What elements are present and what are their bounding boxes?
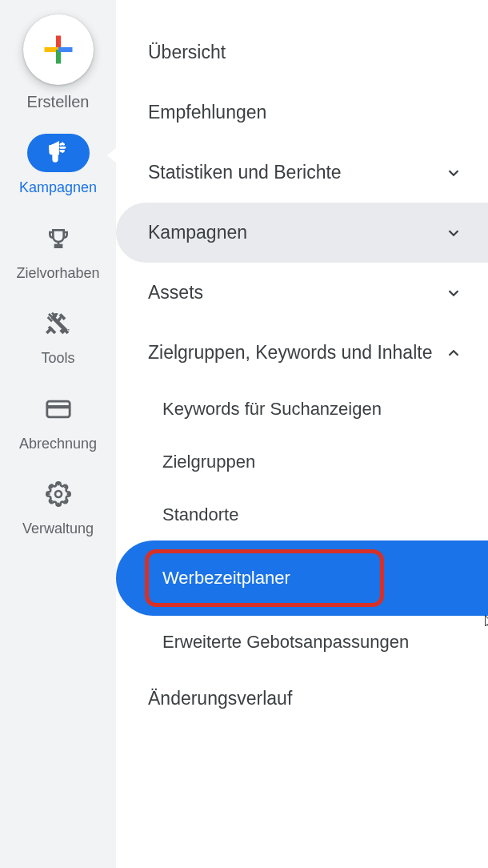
chevron-down-icon — [445, 164, 462, 182]
menu-item-label: Zielgruppen, Keywords und Inhalte — [148, 340, 440, 365]
menu-item-kampagnen[interactable]: Kampagnen — [116, 203, 488, 263]
menu-item-label: Assets — [148, 280, 211, 305]
megaphone-icon — [46, 140, 71, 166]
menu-item-assets[interactable]: Assets — [116, 263, 488, 323]
svg-point-6 — [55, 491, 62, 497]
create-button[interactable]: Erstellen — [23, 14, 94, 111]
tools-icon — [46, 311, 71, 336]
menu-item-label: Empfehlungen — [148, 100, 274, 125]
menu-item-label: Änderungsverlauf — [148, 686, 300, 711]
chevron-up-icon — [445, 344, 462, 362]
sidebar-left: Erstellen Kampagnen Zi — [0, 0, 116, 868]
chevron-down-icon — [445, 224, 462, 242]
cursor-icon — [480, 613, 488, 632]
credit-card-icon — [45, 396, 72, 423]
submenu-label: Standorte — [162, 504, 238, 524]
sidebar-item-label: Zielvorhaben — [16, 264, 99, 283]
sidebar-item-label: Verwaltung — [22, 520, 94, 538]
create-circle — [23, 14, 94, 85]
sidebar-item-verwaltung[interactable]: Verwaltung — [0, 475, 116, 538]
submenu-item-standorte[interactable]: Standorte — [116, 488, 488, 541]
menu-item-empfehlungen[interactable]: Empfehlungen — [116, 82, 488, 143]
sidebar-item-label: Tools — [41, 349, 74, 368]
submenu-label: Erweiterte Gebotsanpassungen — [162, 632, 409, 652]
svg-rect-3 — [49, 146, 51, 150]
submenu-item-werbezeitplaner[interactable]: Werbezeitplaner — [116, 540, 488, 616]
submenu-label: Zielgruppen — [162, 452, 255, 472]
sidebar-item-zielvorhaben[interactable]: Zielvorhaben — [0, 219, 116, 283]
menu-item-label: Statistiken und Berichte — [148, 160, 350, 185]
svg-rect-4 — [46, 401, 69, 417]
menu-item-uebersicht[interactable]: Übersicht — [116, 22, 488, 82]
gear-icon — [46, 481, 71, 507]
plus-icon — [42, 33, 75, 66]
trophy-icon — [46, 226, 71, 251]
chevron-down-icon — [445, 284, 462, 302]
sidebar-item-label: Kampagnen — [19, 179, 97, 197]
submenu-item-zielgruppen[interactable]: Zielgruppen — [116, 436, 488, 488]
sidebar-item-kampagnen[interactable]: Kampagnen — [0, 134, 116, 197]
submenu-item-gebotsanpassungen[interactable]: Erweiterte Gebotsanpassungen — [116, 616, 488, 669]
submenu-label: Keywords für Suchanzeigen — [162, 399, 382, 419]
menu-item-statistiken[interactable]: Statistiken und Berichte — [116, 143, 488, 203]
menu-item-aenderungsverlauf[interactable]: Änderungsverlauf — [116, 669, 488, 729]
menu-item-label: Übersicht — [148, 40, 234, 65]
menu-item-label: Kampagnen — [148, 220, 255, 245]
sidebar-item-label: Abrechnung — [19, 435, 97, 453]
sidebar-item-tools[interactable]: Tools — [0, 304, 116, 368]
menu-item-zielgruppen[interactable]: Zielgruppen, Keywords und Inhalte — [116, 323, 488, 383]
menu-panel: Übersicht Empfehlungen Statistiken und B… — [116, 0, 488, 868]
highlight-box — [145, 549, 384, 607]
submenu-item-keywords[interactable]: Keywords für Suchanzeigen — [116, 383, 488, 436]
sidebar-item-abrechnung[interactable]: Abrechnung — [0, 390, 116, 453]
create-label: Erstellen — [27, 93, 90, 111]
